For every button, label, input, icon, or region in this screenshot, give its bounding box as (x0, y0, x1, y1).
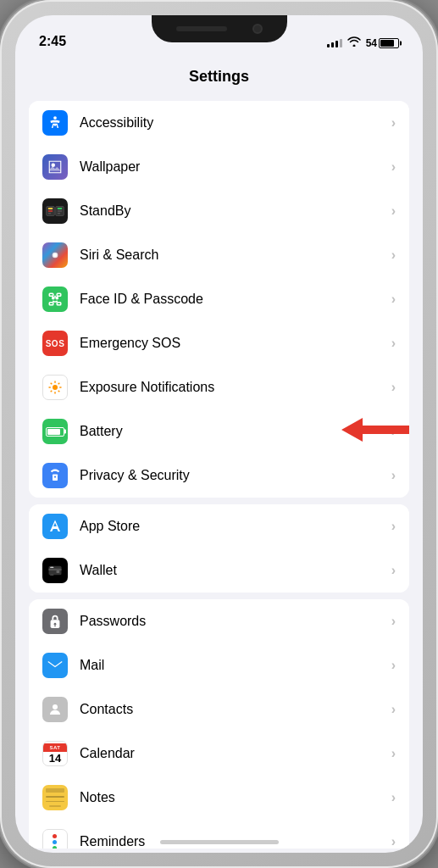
notes-label: Notes (80, 790, 391, 805)
wallpaper-label: Wallpaper (80, 159, 391, 175)
settings-group-1: Accessibility › Wallpaper › (29, 101, 409, 498)
svg-rect-9 (58, 208, 63, 209)
settings-scroll[interactable]: Accessibility › Wallpaper › (15, 94, 423, 849)
settings-row-notes[interactable]: Notes › (29, 776, 409, 820)
accessibility-chevron: › (391, 115, 396, 131)
svg-rect-5 (48, 210, 53, 211)
settings-row-privacy[interactable]: Privacy & Security › (29, 453, 409, 498)
notes-icon (42, 785, 68, 810)
calendar-chevron: › (391, 746, 396, 761)
battery-chevron: › (391, 424, 396, 439)
svg-line-29 (58, 383, 60, 385)
svg-rect-4 (48, 208, 53, 209)
passwords-chevron: › (391, 614, 396, 629)
calendar-month-label: SAT (49, 745, 60, 750)
svg-point-18 (53, 297, 54, 298)
svg-line-26 (51, 383, 53, 385)
standby-label: StandBy (80, 203, 391, 219)
faceid-label: Face ID & Passcode (80, 292, 391, 307)
settings-group-2: App Store › (29, 504, 409, 593)
wallet-icon (42, 558, 68, 583)
sos-icon: SOS (42, 331, 68, 356)
standby-icon (42, 198, 68, 224)
accessibility-icon (42, 110, 68, 136)
settings-row-battery[interactable]: Battery › (29, 409, 409, 453)
svg-rect-10 (58, 210, 63, 211)
siri-chevron: › (391, 248, 396, 263)
sos-text: SOS (46, 339, 65, 348)
wallpaper-chevron: › (391, 159, 396, 175)
status-icons: 54 (327, 36, 399, 49)
siri-icon (42, 242, 68, 268)
sos-label: Emergency SOS (80, 336, 391, 351)
faceid-icon (42, 287, 68, 312)
svg-rect-16 (49, 303, 53, 305)
siri-label: Siri & Search (80, 248, 391, 263)
svg-line-27 (58, 391, 60, 392)
reminders-chevron: › (391, 834, 396, 849)
screen-content: Settings Accessibility › (15, 56, 423, 853)
settings-row-wallet[interactable]: Wallet › (29, 548, 409, 593)
svg-point-1 (52, 164, 56, 168)
settings-row-exposure[interactable]: Exposure Notifications › (29, 365, 409, 409)
exposure-chevron: › (391, 380, 396, 395)
mail-label: Mail (80, 658, 391, 673)
svg-rect-14 (49, 293, 53, 296)
svg-line-28 (51, 391, 53, 392)
battery-label: Battery (80, 424, 391, 439)
settings-row-appstore[interactable]: App Store › (29, 504, 409, 548)
appstore-icon (42, 514, 68, 539)
contacts-label: Contacts (80, 702, 391, 717)
calendar-label: Calendar (80, 746, 391, 761)
privacy-icon (42, 463, 68, 488)
contacts-chevron: › (391, 702, 396, 717)
settings-group-3: Passwords › Mail › (29, 599, 409, 849)
svg-point-37 (54, 623, 57, 626)
reminders-icon (42, 829, 68, 849)
svg-rect-34 (49, 569, 62, 570)
wallet-chevron: › (391, 563, 396, 578)
svg-rect-39 (48, 660, 63, 670)
notch (152, 15, 287, 42)
phone-frame: 2:45 54 (0, 0, 438, 868)
sos-chevron: › (391, 336, 396, 351)
svg-rect-35 (57, 570, 60, 573)
mail-icon (42, 653, 68, 678)
accessibility-label: Accessibility (80, 115, 391, 131)
settings-row-mail[interactable]: Mail › (29, 643, 409, 687)
calendar-date: 14 (49, 752, 61, 764)
privacy-chevron: › (391, 468, 396, 483)
settings-row-sos[interactable]: SOS Emergency SOS › (29, 321, 409, 365)
standby-chevron: › (391, 203, 396, 219)
appstore-label: App Store (80, 519, 391, 534)
phone-screen: 2:45 54 (15, 15, 423, 853)
wallpaper-icon (42, 154, 68, 180)
appstore-chevron: › (391, 519, 396, 534)
settings-row-siri[interactable]: Siri & Search › (29, 233, 409, 277)
exposure-label: Exposure Notifications (80, 380, 391, 395)
settings-row-contacts[interactable]: Contacts › (29, 687, 409, 732)
svg-point-13 (53, 253, 57, 257)
faceid-chevron: › (391, 292, 396, 307)
svg-point-40 (53, 704, 58, 709)
svg-rect-6 (48, 213, 51, 214)
svg-point-21 (53, 385, 58, 390)
passwords-icon (42, 609, 68, 634)
wallet-label: Wallet (80, 563, 391, 578)
settings-row-accessibility[interactable]: Accessibility › (29, 101, 409, 145)
calendar-icon: SAT 14 (42, 741, 68, 766)
notes-chevron: › (391, 790, 396, 805)
settings-row-wallpaper[interactable]: Wallpaper › (29, 145, 409, 189)
battery-status-icon: 54 (366, 37, 399, 49)
svg-point-0 (53, 116, 57, 120)
contacts-icon (42, 697, 68, 722)
battery-percentage: 54 (366, 37, 377, 49)
svg-rect-17 (57, 303, 61, 305)
settings-row-passwords[interactable]: Passwords › (29, 599, 409, 643)
settings-row-faceid[interactable]: Face ID & Passcode › (29, 277, 409, 321)
battery-icon (42, 419, 68, 444)
settings-row-calendar[interactable]: SAT 14 Calendar › (29, 732, 409, 776)
settings-row-standby[interactable]: StandBy › (29, 189, 409, 233)
home-indicator (160, 840, 279, 844)
passwords-label: Passwords (80, 614, 391, 629)
